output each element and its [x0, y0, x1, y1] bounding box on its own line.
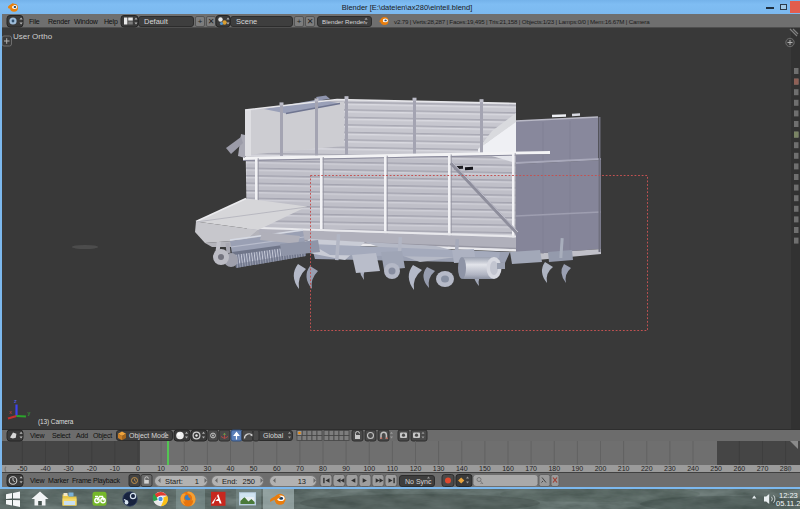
svg-text:190: 190	[572, 465, 584, 472]
svg-text:60: 60	[273, 465, 281, 472]
svg-text:-20: -20	[87, 465, 97, 472]
svg-text:140: 140	[456, 465, 468, 472]
svg-text:120: 120	[410, 465, 422, 472]
svg-text:80: 80	[319, 465, 327, 472]
svg-text:40: 40	[227, 465, 235, 472]
svg-text:210: 210	[618, 465, 630, 472]
svg-text:-30: -30	[64, 465, 74, 472]
svg-text:150: 150	[479, 465, 491, 472]
svg-text:-40: -40	[40, 465, 50, 472]
svg-text:50: 50	[250, 465, 258, 472]
svg-text:05.11.20: 05.11.20	[776, 499, 800, 508]
svg-text:240: 240	[687, 465, 699, 472]
svg-text:100: 100	[363, 465, 375, 472]
svg-text:270: 270	[757, 465, 769, 472]
svg-text:70: 70	[296, 465, 304, 472]
svg-text:130: 130	[433, 465, 445, 472]
svg-text:90: 90	[342, 465, 350, 472]
svg-text:0: 0	[136, 465, 140, 472]
svg-text:230: 230	[664, 465, 676, 472]
svg-text:-50: -50	[17, 465, 27, 472]
svg-text:-10: -10	[110, 465, 120, 472]
svg-text:200: 200	[595, 465, 607, 472]
svg-text:260: 260	[734, 465, 746, 472]
svg-text:180: 180	[548, 465, 560, 472]
svg-text:30: 30	[204, 465, 212, 472]
svg-text:10: 10	[157, 465, 165, 472]
svg-text:110: 110	[387, 465, 398, 472]
svg-text:250: 250	[710, 465, 722, 472]
svg-text:170: 170	[525, 465, 537, 472]
svg-text:20: 20	[180, 465, 188, 472]
svg-text:160: 160	[502, 465, 514, 472]
svg-text:220: 220	[641, 465, 653, 472]
